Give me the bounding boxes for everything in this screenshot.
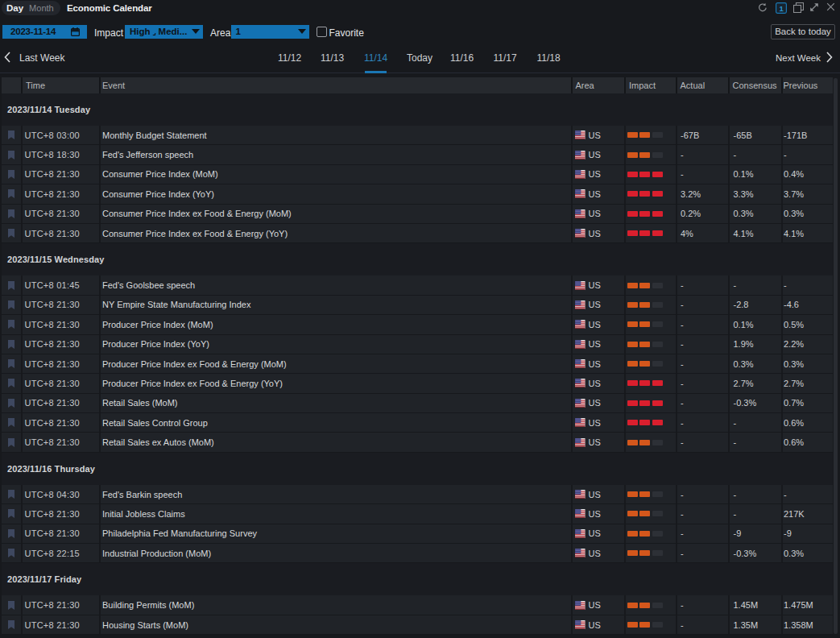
svg-text:1: 1 xyxy=(779,4,784,13)
